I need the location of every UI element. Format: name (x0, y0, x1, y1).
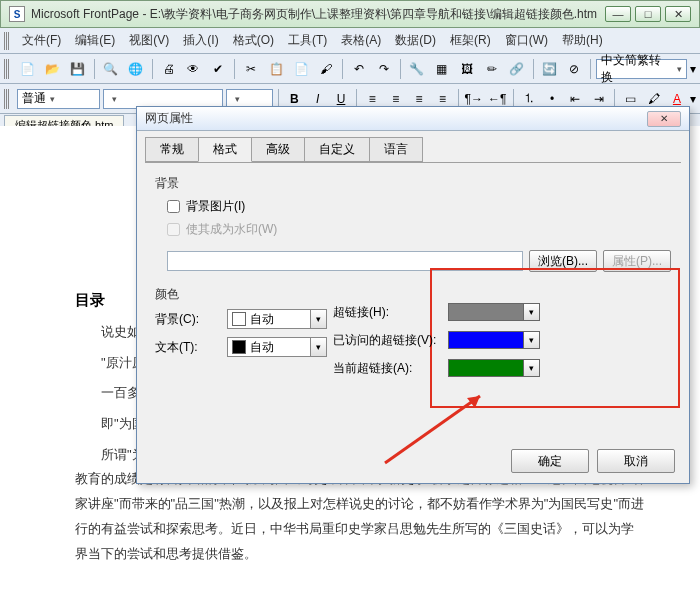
annotation-arrow-icon (375, 388, 495, 468)
search-icon[interactable]: 🔍 (100, 58, 122, 80)
new-icon[interactable]: 📄 (17, 58, 39, 80)
copy-icon[interactable]: 📋 (265, 58, 287, 80)
tab-language[interactable]: 语言 (369, 137, 423, 162)
hyperlink-color-combo[interactable]: ▾ (448, 303, 540, 321)
bg-image-checkbox[interactable] (167, 200, 180, 213)
refresh-icon[interactable]: 🔄 (539, 58, 561, 80)
tab-format[interactable]: 格式 (198, 137, 252, 162)
standard-toolbar: 📄 📂 💾 🔍 🌐 🖨 👁 ✔ ✂ 📋 📄 🖌 ↶ ↷ 🔧 ▦ 🖼 ✏ 🔗 🔄 … (0, 54, 700, 84)
toolbar-overflow[interactable]: ▾ (690, 62, 696, 76)
color-section-label: 颜色 (155, 286, 671, 303)
app-icon: S (9, 6, 25, 22)
menu-file[interactable]: 文件(F) (16, 29, 67, 52)
maximize-button[interactable]: □ (635, 6, 661, 22)
toolbar-overflow[interactable]: ▾ (690, 92, 696, 106)
bg-path-input[interactable] (167, 251, 523, 271)
visited-link-color-combo[interactable]: ▾ (448, 331, 540, 349)
close-button[interactable]: ✕ (665, 6, 691, 22)
dialog-close-button[interactable]: ✕ (647, 111, 681, 127)
spell-icon[interactable]: ✔ (207, 58, 229, 80)
bg-color-combo[interactable]: 自动▾ (227, 309, 327, 329)
tab-advanced[interactable]: 高级 (251, 137, 305, 162)
tab-custom[interactable]: 自定义 (304, 137, 370, 162)
toolbar-grip[interactable] (4, 89, 10, 109)
open-icon[interactable]: 📂 (42, 58, 64, 80)
properties-button: 属性(P)... (603, 250, 671, 272)
active-link-label: 当前超链接(A): (333, 360, 448, 377)
cut-icon[interactable]: ✂ (240, 58, 262, 80)
menu-edit[interactable]: 编辑(E) (69, 29, 121, 52)
window-title: Microsoft FrontPage - E:\教学资料\电子商务网页制作\上… (31, 6, 605, 23)
bg-color-label: 背景(C): (155, 311, 227, 328)
window-titlebar: S Microsoft FrontPage - E:\教学资料\电子商务网页制作… (0, 0, 700, 28)
hyperlink-label: 超链接(H): (333, 304, 448, 321)
minimize-button[interactable]: — (605, 6, 631, 22)
menu-insert[interactable]: 插入(I) (177, 29, 224, 52)
toolbar-grip[interactable] (4, 32, 10, 50)
active-link-color-combo[interactable]: ▾ (448, 359, 540, 377)
drawing-icon[interactable]: ✏ (481, 58, 503, 80)
menu-data[interactable]: 数据(D) (389, 29, 442, 52)
menu-view[interactable]: 视图(V) (123, 29, 175, 52)
menu-table[interactable]: 表格(A) (335, 29, 387, 52)
ime-combo[interactable]: 中文简繁转换▾ (596, 59, 687, 79)
menu-help[interactable]: 帮助(H) (556, 29, 609, 52)
menu-bar: 文件(F) 编辑(E) 视图(V) 插入(I) 格式(O) 工具(T) 表格(A… (0, 28, 700, 54)
table-icon[interactable]: ▦ (431, 58, 453, 80)
browse-button[interactable]: 浏览(B)... (529, 250, 597, 272)
redo-icon[interactable]: ↷ (373, 58, 395, 80)
bg-image-label: 背景图片(I) (186, 198, 245, 215)
menu-tools[interactable]: 工具(T) (282, 29, 333, 52)
svg-marker-1 (467, 396, 480, 408)
svg-line-0 (385, 396, 480, 463)
text-color-label: 文本(T): (155, 339, 227, 356)
text-color-combo[interactable]: 自动▾ (227, 337, 327, 357)
watermark-label: 使其成为水印(W) (186, 221, 277, 238)
page-properties-dialog: 网页属性 ✕ 常规 格式 高级 自定义 语言 背景 背景图片(I) 使其成为水印… (136, 106, 690, 484)
ok-button[interactable]: 确定 (511, 449, 589, 473)
component-icon[interactable]: 🔧 (406, 58, 428, 80)
dialog-tabs: 常规 格式 高级 自定义 语言 (137, 131, 689, 162)
print-icon[interactable]: 🖨 (158, 58, 180, 80)
watermark-checkbox (167, 223, 180, 236)
save-icon[interactable]: 💾 (67, 58, 89, 80)
paste-icon[interactable]: 📄 (290, 58, 312, 80)
cancel-button[interactable]: 取消 (597, 449, 675, 473)
tab-general[interactable]: 常规 (145, 137, 199, 162)
image-icon[interactable]: 🖼 (456, 58, 478, 80)
undo-icon[interactable]: ↶ (348, 58, 370, 80)
publish-icon[interactable]: 🌐 (125, 58, 147, 80)
format-painter-icon[interactable]: 🖌 (315, 58, 337, 80)
menu-window[interactable]: 窗口(W) (499, 29, 554, 52)
dialog-title: 网页属性 (145, 110, 647, 127)
stop-icon[interactable]: ⊘ (563, 58, 585, 80)
menu-format[interactable]: 格式(O) (227, 29, 280, 52)
bg-section-label: 背景 (155, 175, 671, 192)
visited-link-label: 已访问的超链接(V): (333, 332, 448, 349)
preview-icon[interactable]: 👁 (183, 58, 205, 80)
style-combo[interactable]: 普通▾ (17, 89, 101, 109)
menu-frame[interactable]: 框架(R) (444, 29, 497, 52)
dialog-titlebar[interactable]: 网页属性 ✕ (137, 107, 689, 131)
toolbar-grip[interactable] (4, 59, 10, 79)
hyperlink-icon[interactable]: 🔗 (506, 58, 528, 80)
